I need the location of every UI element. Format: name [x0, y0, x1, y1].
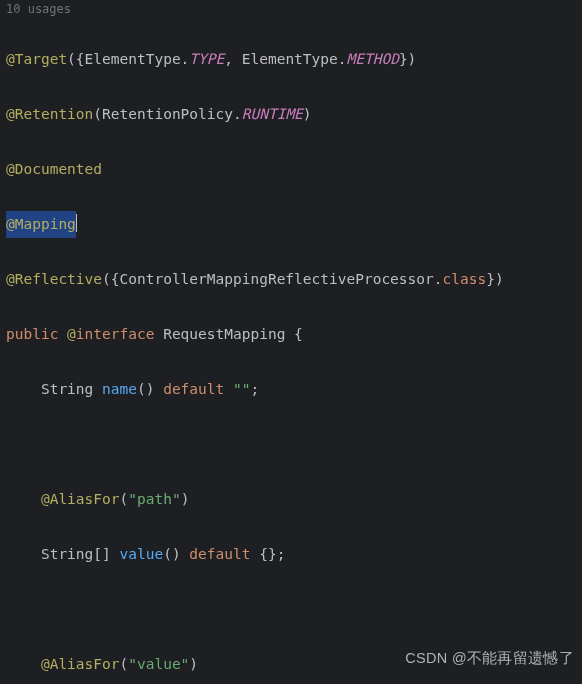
code-line-highlighted: @Mapping	[6, 211, 576, 239]
code-line: @AliasFor("path")	[6, 486, 576, 514]
code-line	[6, 431, 576, 459]
code-line: @Reflective({ControllerMappingReflective…	[6, 266, 576, 294]
code-line: @Retention(RetentionPolicy.RUNTIME)	[6, 101, 576, 129]
usage-hint: 10 usages	[0, 0, 582, 18]
code-line: String[] value() default {};	[6, 541, 576, 569]
text-cursor	[76, 214, 77, 232]
watermark: CSDN @不能再留遗憾了	[405, 645, 574, 673]
code-editor[interactable]: @Target({ElementType.TYPE, ElementType.M…	[0, 18, 582, 684]
code-line	[6, 596, 576, 624]
code-line: String name() default "";	[6, 376, 576, 404]
code-line: @Target({ElementType.TYPE, ElementType.M…	[6, 46, 576, 74]
code-line: @Documented	[6, 156, 576, 184]
code-line: public @interface RequestMapping {	[6, 321, 576, 349]
